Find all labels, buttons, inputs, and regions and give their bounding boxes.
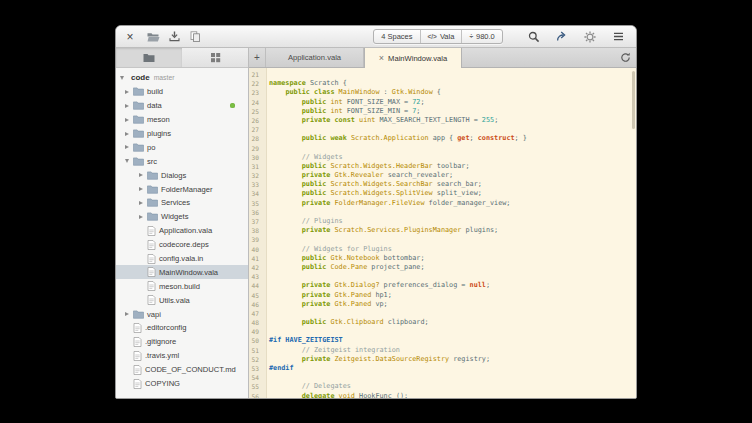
chevron-right-icon[interactable] (139, 173, 143, 177)
code-token: hp1; (371, 291, 391, 299)
line-number: 30 (249, 153, 263, 162)
tab-close-icon[interactable]: × (379, 54, 384, 63)
chevron-right-icon[interactable] (125, 145, 129, 149)
tree-item-mainwindow-vala[interactable]: MainWindow.vala (116, 265, 248, 279)
code-token: public (302, 180, 327, 188)
share-button[interactable] (553, 29, 571, 45)
tree-item-foldermanager[interactable]: FolderManager (116, 182, 248, 196)
folder-open-icon (147, 32, 160, 42)
chevron-right-icon[interactable] (125, 312, 129, 316)
tree-item-label: .editorconfig (145, 323, 186, 332)
code-token: ; (470, 134, 478, 142)
code-line: 30 // Widgets (249, 153, 636, 162)
code-line: 22namespace Scratch { (249, 79, 636, 88)
tree-item-data[interactable]: data (116, 99, 248, 113)
code-token: vp; (371, 300, 387, 308)
tree-item-config-vala-in[interactable]: config.vala.in (116, 252, 248, 266)
editor-scrollbar[interactable] (632, 71, 635, 129)
tree-item-copying[interactable]: COPYING (116, 377, 248, 391)
tree-folder-icon (133, 87, 144, 96)
tree-item-label: Utils.vala (159, 296, 190, 305)
collections-tab[interactable] (182, 48, 248, 67)
goto-line-button[interactable]: ÷980.0 (462, 30, 501, 43)
tree-item-editorconfig[interactable]: .editorconfig (116, 321, 248, 335)
code-token: // Widgets for Plugins (302, 245, 392, 253)
code-token: #if HAVE_ZEITGEIST (269, 336, 343, 344)
code-line: 38 private Scratch.Services.PluginsManag… (249, 226, 636, 235)
tree-item-code[interactable]: codemaster (116, 71, 248, 85)
line-number: 33 (249, 180, 263, 189)
code-line: 28 public weak Scratch.Application app {… (249, 134, 636, 143)
file-icon (147, 254, 156, 264)
code-line: 33 public Scratch.Widgets.SearchBar sear… (249, 180, 636, 189)
code-text: // Widgets (263, 153, 343, 162)
tree-item-src[interactable]: src (116, 154, 248, 168)
chevron-right-icon[interactable] (125, 118, 129, 122)
code-token: MainWindow (339, 88, 380, 96)
history-button[interactable] (614, 48, 636, 67)
tree-item-build[interactable]: build (116, 85, 248, 99)
menu-button[interactable] (609, 29, 627, 45)
tree-item-vapi[interactable]: vapi (116, 307, 248, 321)
code-line: 39 (249, 235, 636, 244)
tab-mainwindow-vala[interactable]: ×MainWindow.vala (364, 48, 462, 68)
code-text: // Plugins (263, 217, 343, 226)
search-button[interactable] (525, 29, 543, 45)
tree-item-dialogs[interactable]: Dialogs (116, 168, 248, 182)
chevron-right-icon[interactable] (139, 201, 143, 205)
window-close-button[interactable]: × (124, 31, 136, 43)
toolbar-left-buttons (144, 29, 204, 45)
tree-item-application-vala[interactable]: Application.vala (116, 224, 248, 238)
tree-item-codecore-deps[interactable]: codecore.deps (116, 238, 248, 252)
code-text: public Scratch.Widgets.SearchBar search_… (263, 180, 482, 189)
tree-item-meson-build[interactable]: meson.build (116, 279, 248, 293)
code-line: 29 (249, 144, 636, 153)
code-token: public (302, 254, 327, 262)
code-token: Scratch.Services.PluginsManager (335, 226, 462, 234)
chevron-right-icon[interactable] (125, 90, 129, 94)
line-number: 32 (249, 171, 263, 180)
open-folder-button[interactable] (144, 29, 162, 45)
chevron-right-icon[interactable] (139, 215, 143, 219)
language-button[interactable]: </>Vala (421, 30, 463, 43)
project-files-tab[interactable] (116, 48, 182, 67)
chevron-right-icon[interactable] (139, 187, 143, 191)
chevron-right-icon[interactable] (125, 104, 129, 108)
save-button[interactable] (165, 29, 183, 45)
code-token: FolderManager.FileView (335, 199, 425, 207)
code-token: public (302, 318, 327, 326)
tree-item-po[interactable]: po (116, 140, 248, 154)
tree-item-utils-vala[interactable]: Utils.vala (116, 293, 248, 307)
code-token: HookFunc (); (355, 392, 408, 398)
sidebar-header (116, 48, 248, 68)
code-text: public Scratch.Widgets.SplitView split_v… (263, 189, 482, 198)
chevron-down-icon[interactable] (120, 76, 124, 80)
code-token: uint (359, 116, 375, 124)
tree-item-gitignore[interactable]: .gitignore (116, 335, 248, 349)
settings-button[interactable] (581, 29, 599, 45)
tree-folder-icon (147, 185, 158, 194)
editor-pane: + Application.vala×MainWindow.vala 2122n… (249, 48, 636, 398)
tree-item-code-of-conduct-md[interactable]: CODE_OF_CONDUCT.md (116, 363, 248, 377)
chevron-right-icon[interactable] (125, 132, 129, 136)
line-number: 35 (249, 199, 263, 208)
tree-item-services[interactable]: Services (116, 196, 248, 210)
code-line: 34 public Scratch.Widgets.SplitView spli… (249, 189, 636, 198)
indentation-button[interactable]: 4 Spaces (374, 30, 420, 43)
tree-item-plugins[interactable]: plugins (116, 127, 248, 141)
code-token: construct (478, 134, 515, 142)
tree-item-widgets[interactable]: Widgets (116, 210, 248, 224)
code-lines: 2122namespace Scratch {23 public class M… (249, 68, 636, 398)
new-tab-button[interactable]: + (249, 48, 266, 67)
chevron-down-icon[interactable] (125, 159, 129, 163)
tab-application-vala[interactable]: Application.vala (266, 48, 364, 67)
code-token: toolbar; (433, 162, 470, 170)
tree-item-meson[interactable]: meson (116, 113, 248, 127)
tree-item-label: COPYING (145, 379, 180, 388)
tree-item-label: CODE_OF_CONDUCT.md (145, 365, 236, 374)
tree-item-travis-yml[interactable]: .travis.yml (116, 349, 248, 363)
templates-button[interactable] (186, 29, 204, 45)
code-editor[interactable]: 2122namespace Scratch {23 public class M… (249, 68, 636, 398)
tab-label: Application.vala (288, 53, 341, 62)
code-token (269, 226, 302, 234)
